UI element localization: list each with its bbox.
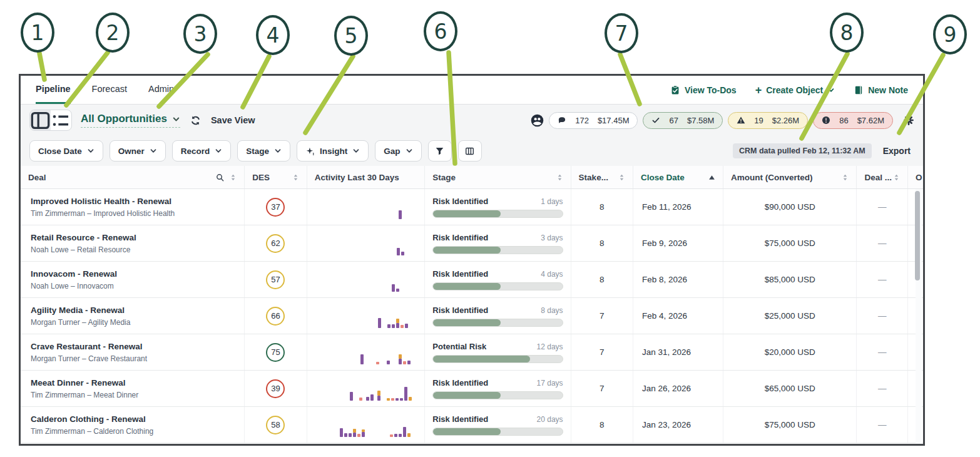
chevron-down-icon xyxy=(87,147,94,155)
list-view-button[interactable] xyxy=(51,110,71,130)
gear-icon[interactable] xyxy=(903,115,914,126)
filter-label: Record xyxy=(181,146,210,156)
close-date-cell: Jan 26, 2026 xyxy=(633,371,723,406)
pipeline-summary: 172$17.45M67$7.58M19$2.26M86$7.62M xyxy=(531,112,914,129)
refresh-icon[interactable] xyxy=(190,115,201,126)
header-action-label: View To-Dos xyxy=(685,85,737,95)
activity-bar xyxy=(378,318,381,328)
header-action-create-object[interactable]: +Create Object xyxy=(755,85,835,95)
save-view-button[interactable]: Save View xyxy=(211,115,255,125)
des-cell: 66 xyxy=(244,298,306,334)
empty-value: — xyxy=(878,275,887,284)
summary-pill-all[interactable]: 172$17.45M xyxy=(549,112,638,129)
column-header-activity[interactable]: Activity Last 30 Days xyxy=(307,166,425,188)
pill-count: 19 xyxy=(754,116,763,125)
amount-cell: $65,000 USD xyxy=(723,371,856,406)
stage-label: Risk Identified xyxy=(432,306,488,315)
column-header-deal[interactable]: Deal xyxy=(21,166,244,188)
summary-pill-alert[interactable]: 86$7.62M xyxy=(813,112,893,129)
des-score-badge: 39 xyxy=(266,379,285,398)
tab-admin[interactable]: Admin xyxy=(148,76,174,104)
table-row[interactable]: Calderon Clothing - RenewalTim Zimmerman… xyxy=(21,407,923,443)
table-row[interactable]: Innovacom - RenewalNoah Lowe – Innovacom… xyxy=(21,262,923,298)
column-header-amount[interactable]: Amount (Converted) xyxy=(723,166,856,188)
deal-owner: Tim Zimmerman – Improved Holistic Health xyxy=(31,209,175,218)
activity-chart-cell xyxy=(307,225,425,261)
filter-record[interactable]: Record xyxy=(172,140,232,162)
filter-gap[interactable]: Gap xyxy=(375,140,421,162)
deal-cell: Meeat Dinner - RenewalTim Zimmerman – Me… xyxy=(21,371,244,406)
activity-chart-cell xyxy=(307,407,425,443)
table-header: DealDESActivity Last 30 DaysStageStake..… xyxy=(21,166,923,189)
pill-amount: $7.58M xyxy=(687,116,714,125)
des-cell: 62 xyxy=(244,225,306,261)
todo-icon xyxy=(670,85,680,95)
table-row[interactable]: Retail Resource - RenewalNoah Lowe – Ret… xyxy=(21,225,923,262)
column-header-extra[interactable]: Deal ... xyxy=(856,166,907,188)
amount-cell: $25,000 USD xyxy=(723,298,856,334)
table-row[interactable]: Meeat Dinner - RenewalTim Zimmerman – Me… xyxy=(21,371,923,407)
table-row[interactable]: Crave Restaurant - RenewalMorgan Turner … xyxy=(21,334,923,371)
column-header-close[interactable]: Close Date xyxy=(633,166,723,188)
stakeholders-cell: 8 xyxy=(571,225,633,261)
sort-icon[interactable] xyxy=(292,174,299,181)
sort-ascending-icon[interactable] xyxy=(708,174,715,181)
view-selector[interactable]: All Opportunities xyxy=(81,113,180,128)
amount-cell: $75,000 USD xyxy=(723,407,856,443)
pill-count: 172 xyxy=(575,116,589,125)
tab-pipeline[interactable]: Pipeline xyxy=(36,76,71,104)
deal-name: Innovacom - Renewal xyxy=(31,269,117,279)
amount-cell: $85,000 USD xyxy=(723,262,856,297)
sort-icon[interactable] xyxy=(230,174,237,181)
column-label: Amount (Converted) xyxy=(731,173,813,182)
stage-label: Risk Identified xyxy=(432,269,488,279)
column-header-stage[interactable]: Stage xyxy=(424,166,570,188)
search-icon[interactable] xyxy=(215,173,225,182)
tab-forecast[interactable]: Forecast xyxy=(92,76,127,104)
column-header-o[interactable]: O xyxy=(907,166,923,188)
amount-cell: $90,000 USD xyxy=(723,189,856,225)
summary-pill-warn[interactable]: 19$2.26M xyxy=(728,112,808,129)
column-label: DES xyxy=(252,173,270,182)
column-header-stake[interactable]: Stake... xyxy=(571,166,633,188)
filter-insight[interactable]: Insight xyxy=(297,140,369,162)
des-score-badge: 37 xyxy=(266,198,285,217)
stage-progress xyxy=(432,210,563,218)
empty-value: — xyxy=(878,311,887,321)
filter-owner[interactable]: Owner xyxy=(110,140,166,162)
close-date-cell: Jan 31, 2026 xyxy=(633,334,723,370)
header-action-new-note[interactable]: New Note xyxy=(854,85,908,95)
sort-icon[interactable] xyxy=(556,174,563,181)
filter-funnel-button[interactable] xyxy=(428,140,452,162)
export-button[interactable]: Export xyxy=(883,146,911,156)
column-label: Deal xyxy=(28,173,46,182)
scrollbar-thumb[interactable] xyxy=(915,191,920,280)
column-settings-button[interactable] xyxy=(458,140,482,162)
app-window: PipelineForecastAdmin View To-Dos+Create… xyxy=(19,74,925,446)
activity-chart-cell xyxy=(307,371,425,406)
column-label: Activity Last 30 Days xyxy=(315,173,399,182)
summary-pill-ok[interactable]: 67$7.58M xyxy=(643,112,723,129)
board-view-button[interactable] xyxy=(30,110,51,130)
stage-cell: Risk Identified3 days xyxy=(424,225,570,261)
filter-close-date[interactable]: Close Date xyxy=(29,140,103,162)
activity-bar xyxy=(360,354,364,364)
vertical-scrollbar[interactable] xyxy=(916,189,922,444)
callout-number-6: 6 xyxy=(424,11,457,51)
activity-chart-cell xyxy=(307,298,425,334)
sort-icon[interactable] xyxy=(893,174,900,181)
filter-label: Owner xyxy=(118,146,145,156)
warning-icon xyxy=(737,116,745,125)
column-header-des[interactable]: DES xyxy=(244,166,306,188)
table-row[interactable]: Agility Media - RenewalMorgan Turner – A… xyxy=(21,298,923,334)
sort-icon[interactable] xyxy=(618,174,625,181)
filter-stage[interactable]: Stage xyxy=(237,140,290,162)
sort-icon[interactable] xyxy=(842,174,849,181)
filter-label: Close Date xyxy=(38,146,82,156)
des-cell: 39 xyxy=(244,371,306,406)
deal-cell: Retail Resource - RenewalNoah Lowe – Ret… xyxy=(21,225,244,261)
header-action-view-to-dos[interactable]: View To-Dos xyxy=(670,85,737,95)
table-row[interactable]: Improved Holistic Health - RenewalTim Zi… xyxy=(21,189,923,225)
error-icon xyxy=(822,116,830,125)
team-icon[interactable] xyxy=(531,114,544,127)
